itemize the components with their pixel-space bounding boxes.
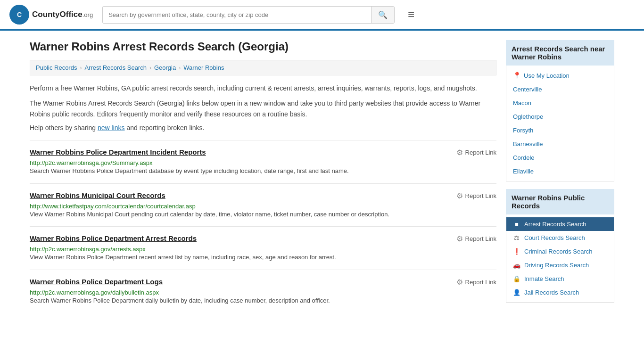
report-icon-3: ⚙ bbox=[456, 278, 463, 287]
breadcrumb-arrest-records[interactable]: Arrest Records Search bbox=[84, 64, 147, 71]
result-title-3[interactable]: Warner Robins Police Department Logs bbox=[30, 278, 163, 286]
sidebar-icon-5: 👤 bbox=[513, 289, 520, 296]
search-input[interactable] bbox=[103, 8, 371, 22]
sidebar-icon-1: ⚖ bbox=[513, 234, 520, 241]
sidebar-use-location[interactable]: 📍 Use My Location bbox=[506, 68, 614, 82]
sidebar-item-label-4: Inmate Search bbox=[524, 275, 564, 282]
report-link-label-2: Report Link bbox=[465, 235, 496, 242]
menu-button[interactable]: ≡ bbox=[404, 6, 418, 23]
breadcrumb: Public Records › Arrest Records Search ›… bbox=[30, 60, 496, 75]
breadcrumb-sep3: › bbox=[179, 65, 181, 71]
sidebar-city-cordele[interactable]: Cordele bbox=[506, 151, 614, 165]
sidebar-public-records-section: Warner Robins Public Records ■Arrest Rec… bbox=[506, 189, 614, 303]
intro-paragraph-1: Perform a free Warner Robins, GA public … bbox=[30, 83, 496, 93]
sidebar-nearby-header: Arrest Records Search near Warner Robins bbox=[506, 40, 614, 66]
sidebar-records-jail-records-search[interactable]: 👤Jail Records Search bbox=[506, 286, 614, 299]
sidebar-nearby-body: 📍 Use My Location CentervilleMaconOgleth… bbox=[506, 66, 614, 181]
result-item: Warner Robins Municipal Court Records ⚙ … bbox=[30, 183, 496, 227]
sidebar-item-label-1: Court Records Search bbox=[524, 234, 585, 241]
report-link-label-0: Report Link bbox=[465, 149, 496, 156]
public-records-list: ■Arrest Records Search⚖Court Records Sea… bbox=[506, 217, 614, 299]
report-link-button-2[interactable]: ⚙ Report Link bbox=[456, 234, 496, 243]
sidebar-records-arrest-records-search[interactable]: ■Arrest Records Search bbox=[506, 217, 614, 231]
sidebar-item-label-0: Arrest Records Search bbox=[524, 221, 586, 228]
sidebar-icon-4: 🔒 bbox=[513, 275, 520, 282]
result-item: Warner Robins Police Department Arrest R… bbox=[30, 226, 496, 270]
sidebar-records-criminal-records-search[interactable]: ❗Criminal Records Search bbox=[506, 245, 614, 258]
result-url-3[interactable]: http://p2c.warnerrobinsga.gov/dailybulle… bbox=[30, 289, 159, 296]
breadcrumb-sep1: › bbox=[80, 65, 82, 71]
sidebar-records-court-records-search[interactable]: ⚖Court Records Search bbox=[506, 231, 614, 245]
result-title-1[interactable]: Warner Robins Municipal Court Records bbox=[30, 191, 165, 199]
intro-paragraph-2: The Warner Robins Arrest Records Search … bbox=[30, 98, 496, 119]
result-url-0[interactable]: http://p2c.warnerrobinsga.gov/Summary.as… bbox=[30, 159, 153, 166]
new-links-link[interactable]: new links bbox=[98, 124, 125, 132]
sidebar-city-oglethorpe[interactable]: Oglethorpe bbox=[506, 110, 614, 123]
report-icon-2: ⚙ bbox=[456, 234, 463, 243]
sidebar-nearby-section: Arrest Records Search near Warner Robins… bbox=[506, 40, 614, 181]
result-url-1[interactable]: http://www.ticketfastpay.com/courtcalend… bbox=[30, 203, 196, 210]
use-location-label: Use My Location bbox=[524, 72, 570, 79]
sidebar-item-label-3: Driving Records Search bbox=[524, 262, 589, 269]
sidebar-icon-0: ■ bbox=[513, 221, 520, 228]
breadcrumb-warner-robins[interactable]: Warner Robins bbox=[183, 64, 224, 71]
nearby-cities-list: CentervilleMaconOglethorpeForsythBarnesv… bbox=[506, 82, 614, 178]
sidebar-public-records-body: ■Arrest Records Search⚖Court Records Sea… bbox=[506, 214, 614, 303]
site-header: C CountyOffice.org 🔍 ≡ bbox=[0, 0, 644, 31]
sidebar-records-driving-records-search[interactable]: 🚗Driving Records Search bbox=[506, 258, 614, 272]
result-item: Warner Robbins Police Department Inciden… bbox=[30, 140, 496, 183]
sidebar: Arrest Records Search near Warner Robins… bbox=[506, 40, 614, 313]
report-icon-0: ⚙ bbox=[456, 148, 463, 157]
result-desc-3: Search Warner Robins Police Department d… bbox=[30, 296, 496, 305]
sidebar-public-records-header: Warner Robins Public Records bbox=[506, 189, 614, 214]
result-desc-0: Search Warner Robbins Police Department … bbox=[30, 166, 496, 176]
result-title-0[interactable]: Warner Robbins Police Department Inciden… bbox=[30, 148, 206, 156]
breadcrumb-public-records[interactable]: Public Records bbox=[36, 64, 77, 71]
report-link-label-1: Report Link bbox=[465, 192, 496, 199]
page-title: Warner Robins Arrest Records Search (Geo… bbox=[30, 40, 496, 53]
sidebar-city-macon[interactable]: Macon bbox=[506, 96, 614, 110]
sidebar-city-barnesville[interactable]: Barnesville bbox=[506, 137, 614, 151]
logo-text: CountyOffice.org bbox=[32, 10, 93, 19]
report-link-button-1[interactable]: ⚙ Report Link bbox=[456, 191, 496, 200]
result-header: Warner Robins Municipal Court Records ⚙ … bbox=[30, 191, 496, 200]
sidebar-icon-3: 🚗 bbox=[513, 262, 520, 269]
sidebar-city-forsyth[interactable]: Forsyth bbox=[506, 123, 614, 137]
result-header: Warner Robbins Police Department Inciden… bbox=[30, 148, 496, 157]
logo-icon: C bbox=[9, 5, 29, 25]
sharing-note: Help others by sharing new links and rep… bbox=[30, 124, 496, 132]
report-link-label-3: Report Link bbox=[465, 279, 496, 286]
sidebar-item-label-5: Jail Records Search bbox=[524, 289, 579, 296]
main-wrapper: Warner Robins Arrest Records Search (Geo… bbox=[20, 31, 624, 322]
breadcrumb-georgia[interactable]: Georgia bbox=[154, 64, 176, 71]
search-button[interactable]: 🔍 bbox=[371, 7, 394, 23]
result-title-2[interactable]: Warner Robins Police Department Arrest R… bbox=[30, 234, 197, 242]
sidebar-city-centerville[interactable]: Centerville bbox=[506, 82, 614, 96]
result-desc-1: View Warner Robins Municipal Court pendi… bbox=[30, 210, 496, 219]
search-bar: 🔍 bbox=[102, 6, 395, 24]
result-header: Warner Robins Police Department Logs ⚙ R… bbox=[30, 278, 496, 287]
report-link-button-3[interactable]: ⚙ Report Link bbox=[456, 278, 496, 287]
result-url-2[interactable]: http://p2c.warnerrobinsga.gov/arrests.as… bbox=[30, 246, 146, 253]
svg-text:C: C bbox=[17, 11, 22, 18]
sidebar-records-inmate-search[interactable]: 🔒Inmate Search bbox=[506, 272, 614, 286]
main-content: Warner Robins Arrest Records Search (Geo… bbox=[30, 40, 496, 313]
sidebar-city-ellaville[interactable]: Ellaville bbox=[506, 165, 614, 178]
intro-text: Perform a free Warner Robins, GA public … bbox=[30, 83, 496, 119]
logo[interactable]: C CountyOffice.org bbox=[9, 5, 93, 25]
report-icon-1: ⚙ bbox=[456, 191, 463, 200]
result-desc-2: View Warner Robins Police Department rec… bbox=[30, 253, 496, 262]
breadcrumb-sep2: › bbox=[149, 65, 151, 71]
sidebar-item-label-2: Criminal Records Search bbox=[524, 248, 593, 255]
result-header: Warner Robins Police Department Arrest R… bbox=[30, 234, 496, 243]
result-item: Warner Robins Police Department Logs ⚙ R… bbox=[30, 270, 496, 313]
report-link-button-0[interactable]: ⚙ Report Link bbox=[456, 148, 496, 157]
sidebar-icon-2: ❗ bbox=[513, 248, 520, 255]
results-list: Warner Robbins Police Department Inciden… bbox=[30, 140, 496, 313]
